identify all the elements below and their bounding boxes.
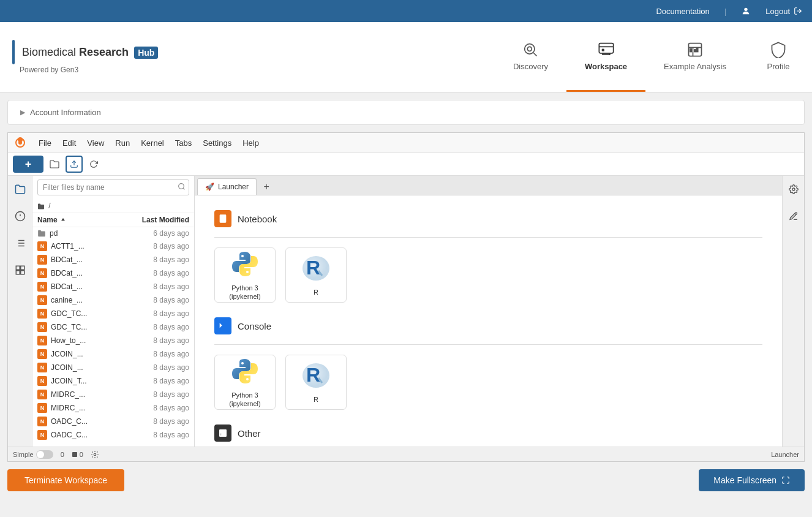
r-notebook-card[interactable]: R R <box>285 247 347 303</box>
sidebar-running-icon[interactable] <box>12 208 29 225</box>
nav-header: Biomedical Research Hub Powered by Gen3 … <box>0 22 812 92</box>
svg-line-33 <box>183 188 184 189</box>
launcher-tabs: 🚀 Launcher + <box>195 176 782 195</box>
svg-rect-13 <box>694 50 696 52</box>
jupyter-menubar: File Edit View Run Kernel Tabs Settings … <box>8 133 804 153</box>
new-tab-button[interactable]: + <box>259 179 274 194</box>
refresh-button[interactable] <box>85 156 102 173</box>
list-item[interactable]: N canine_... 8 days ago <box>32 293 194 307</box>
list-item[interactable]: N GDC_TC... 8 days ago <box>32 320 194 334</box>
file-search-area <box>37 179 189 195</box>
sidebar-files-icon[interactable] <box>12 181 29 198</box>
simple-toggle[interactable]: Simple <box>13 450 53 459</box>
user-icon-area[interactable] <box>741 6 751 16</box>
toggle-knob <box>37 451 44 458</box>
discovery-icon <box>522 41 539 58</box>
account-info-bar[interactable]: ▶ Account Information <box>7 100 805 125</box>
status-settings-icon[interactable] <box>91 450 99 459</box>
account-info-label: Account Information <box>30 108 101 117</box>
menu-tabs[interactable]: Tabs <box>170 137 197 149</box>
list-item[interactable]: N ACTT1_... 8 days ago <box>32 240 194 253</box>
list-item[interactable]: N OADC_C... 8 days ago <box>32 428 194 442</box>
jupyter-toolbar: + <box>8 153 804 176</box>
make-fullscreen-button[interactable]: Make Fullscreen <box>699 469 805 491</box>
menu-settings[interactable]: Settings <box>198 137 236 149</box>
tab-workspace[interactable]: Workspace <box>566 22 645 92</box>
notebook-icon: N <box>37 430 47 440</box>
notebook-icon: N <box>37 309 47 319</box>
python3-console-card[interactable]: Python 3 (ipykernel) <box>214 355 276 410</box>
terminate-workspace-button[interactable]: Terminate Workspace <box>7 469 124 491</box>
right-debug-icon[interactable] <box>785 208 802 225</box>
svg-point-32 <box>179 184 184 189</box>
fullscreen-icon <box>781 476 790 485</box>
upload-button[interactable] <box>66 156 83 173</box>
list-item[interactable]: N BDCat_... 8 days ago <box>32 280 194 293</box>
nav-tabs: Discovery Workspace Example Analysis <box>495 22 812 92</box>
launcher-tab[interactable]: 🚀 Launcher <box>197 178 257 195</box>
right-settings-icon[interactable] <box>785 181 802 198</box>
example-analysis-icon <box>686 41 704 58</box>
sidebar-toc-icon[interactable] <box>12 235 29 252</box>
file-col-name-header[interactable]: Name <box>37 216 134 224</box>
svg-text:$_: $_ <box>220 432 224 436</box>
list-item[interactable]: N MIDRC_... 8 days ago <box>32 388 194 401</box>
file-col-date-header: Last Modified <box>134 216 189 224</box>
notebook-icon: N <box>37 376 47 386</box>
list-item[interactable]: N BDCat_... 8 days ago <box>32 253 194 266</box>
svg-rect-14 <box>696 48 697 52</box>
file-search-button[interactable] <box>178 183 186 192</box>
notebook-icon: N <box>37 295 47 305</box>
list-item[interactable]: N GDC_TC... 8 days ago <box>32 307 194 320</box>
notebook-icon: N <box>37 268 47 278</box>
tab-example-analysis[interactable]: Example Analysis <box>645 22 745 92</box>
notebook-divider <box>214 237 762 238</box>
status-launcher-label: Launcher <box>771 451 799 458</box>
toggle-track[interactable] <box>36 450 53 459</box>
new-folder-button[interactable] <box>46 156 63 173</box>
list-item[interactable]: pd 6 days ago <box>32 227 194 240</box>
svg-rect-5 <box>603 53 610 55</box>
list-item[interactable]: N JCOIN_... 8 days ago <box>32 361 194 374</box>
r-console-card[interactable]: R R <box>285 355 347 410</box>
list-item[interactable]: N MIDRC_... 8 days ago <box>32 401 194 415</box>
svg-point-17 <box>18 141 22 145</box>
tab-profile[interactable]: Profile <box>745 22 812 92</box>
other-section-title: $_ Other <box>214 425 762 442</box>
documentation-link[interactable]: Documentation <box>656 7 709 16</box>
menu-edit[interactable]: Edit <box>58 137 81 149</box>
menu-view[interactable]: View <box>82 137 109 149</box>
launcher-area: 🚀 Launcher + Notebook <box>195 176 782 447</box>
svg-point-1 <box>525 44 535 54</box>
sidebar-extensions-icon[interactable] <box>12 262 29 279</box>
console-section-icon <box>214 317 231 334</box>
list-item[interactable]: N BDCat_... 8 days ago <box>32 266 194 280</box>
r-console-icon: R <box>301 361 331 390</box>
svg-point-2 <box>528 47 532 51</box>
menu-help[interactable]: Help <box>238 137 264 149</box>
file-search-input[interactable] <box>37 179 189 195</box>
logout-button[interactable]: Logout <box>765 7 802 16</box>
menu-kernel[interactable]: Kernel <box>136 137 169 149</box>
svg-rect-30 <box>16 271 20 274</box>
notebook-cards: Python 3 (ipykernel) <box>214 247 762 303</box>
jupyter-main: / Name Last Modified pd 6 days ago <box>8 176 804 447</box>
list-item[interactable]: N JCOIN_T... 8 days ago <box>32 374 194 388</box>
new-launcher-button[interactable]: + <box>13 156 43 173</box>
menu-file[interactable]: File <box>34 137 56 149</box>
kernel-count: 0 <box>72 451 83 458</box>
top-bar: Documentation | Logout <box>0 0 812 22</box>
notebook-icon: N <box>37 241 47 251</box>
topbar-divider: | <box>724 7 726 16</box>
list-item[interactable]: N OADC_C... 8 days ago <box>32 415 194 428</box>
list-item[interactable]: N JCOIN_... 8 days ago <box>32 347 194 361</box>
python3-notebook-card[interactable]: Python 3 (ipykernel) <box>214 247 276 303</box>
tab-discovery[interactable]: Discovery <box>495 22 566 92</box>
menu-run[interactable]: Run <box>110 137 135 149</box>
logo-text: Biomedical Research Hub <box>22 46 158 59</box>
svg-rect-4 <box>599 43 613 53</box>
console-divider <box>214 344 762 345</box>
svg-text:R: R <box>306 257 320 279</box>
list-item[interactable]: N How_to_... 8 days ago <box>32 334 194 347</box>
notebook-icon: N <box>37 255 47 265</box>
